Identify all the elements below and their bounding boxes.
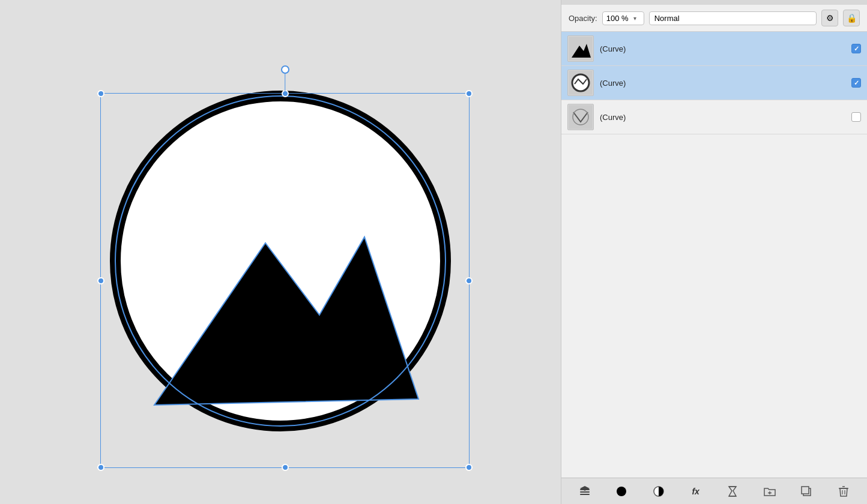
layer-thumbnail (567, 35, 594, 62)
layer-visibility-checkbox[interactable] (851, 78, 861, 88)
svg-rect-8 (580, 491, 590, 493)
layers-button[interactable] (575, 482, 594, 501)
layer-name: (Curve) (600, 44, 845, 53)
svg-rect-5 (569, 105, 593, 129)
artwork-container (94, 57, 467, 447)
svg-point-4 (572, 74, 589, 91)
half-fill-icon (653, 486, 664, 497)
duplicate-icon (801, 486, 813, 497)
trash-button[interactable] (834, 482, 853, 501)
opacity-row: Opacity: 100 % ▾ Normal ⚙ 🔒 (561, 5, 867, 32)
fx-button[interactable]: fx (686, 482, 705, 501)
layer-visibility-checkbox[interactable] (851, 44, 861, 53)
layer-item[interactable]: (Curve) (561, 66, 867, 100)
layer-visibility-checkbox[interactable] (851, 112, 861, 122)
opacity-dropdown[interactable]: 100 % ▾ (602, 11, 644, 25)
handle-bottom-center[interactable] (282, 464, 289, 471)
lock-button[interactable]: 🔒 (843, 10, 860, 26)
blend-mode-dropdown[interactable]: Normal (649, 11, 817, 25)
fill-circle-icon (616, 486, 627, 497)
fill-circle-button[interactable] (612, 482, 631, 501)
gear-icon: ⚙ (826, 13, 834, 23)
half-fill-button[interactable] (649, 482, 668, 501)
right-panel: Opacity: 100 % ▾ Normal ⚙ 🔒 (Curve) (561, 0, 867, 504)
layer-thumbnail (567, 70, 594, 96)
opacity-chevron-icon: ▾ (633, 15, 636, 22)
duplicate-button[interactable] (797, 482, 817, 501)
artwork-svg (94, 57, 467, 447)
layer-name: (Curve) (600, 113, 845, 122)
new-folder-button[interactable] (760, 482, 779, 501)
svg-rect-18 (802, 487, 809, 494)
fx-icon: fx (692, 487, 699, 496)
svg-rect-9 (580, 494, 590, 495)
layer-list: (Curve) (Curve) (561, 32, 867, 478)
canvas-area[interactable] (0, 0, 561, 504)
opacity-label: Opacity: (569, 14, 597, 23)
hourglass-button[interactable] (723, 482, 742, 501)
handle-bottom-right[interactable] (465, 464, 473, 471)
lock-icon: 🔒 (847, 13, 857, 23)
svg-point-11 (617, 487, 626, 496)
trash-icon (839, 486, 848, 497)
handle-bottom-left[interactable] (97, 464, 104, 471)
gear-button[interactable]: ⚙ (821, 10, 838, 26)
layer-name: (Curve) (600, 79, 845, 88)
layer-item[interactable]: (Curve) (561, 100, 867, 134)
layer-thumbnail (567, 104, 594, 130)
hourglass-icon (728, 486, 737, 497)
blend-mode-value: Normal (654, 14, 680, 23)
bottom-toolbar: fx (561, 478, 867, 504)
opacity-value: 100 % (606, 14, 629, 23)
layers-icon (579, 485, 591, 497)
layer-item[interactable]: (Curve) (561, 32, 867, 66)
new-folder-icon (764, 486, 776, 497)
panel-top-bar (561, 0, 867, 5)
